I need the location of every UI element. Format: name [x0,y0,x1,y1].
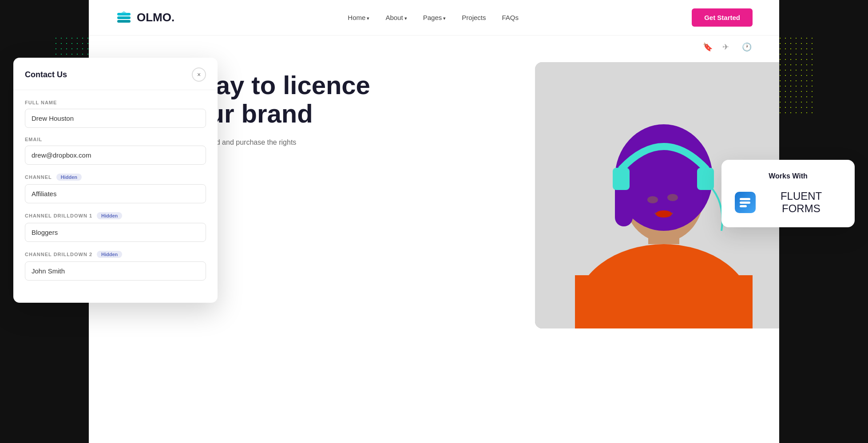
svg-rect-17 [740,202,750,204]
modal-close-button[interactable]: × [192,67,206,82]
contact-modal: Contact Us × FULL NAME EMAIL CHANNEL Hid… [13,58,218,303]
form-group-channel: CHANNEL Hidden [25,174,206,203]
get-started-button[interactable]: Get Started [692,8,753,27]
modal-body: FULL NAME EMAIL CHANNEL Hidden CHANNEL D… [13,90,218,281]
content-toolbar: 🔖 ✈ 🕐 [703,42,753,53]
logo: OLMO. [115,9,174,26]
svg-rect-1 [117,16,131,19]
nav-link-home[interactable]: Home [348,14,369,21]
form-group-fullname: FULL NAME [25,100,206,128]
nav-link-pages[interactable]: Pages [423,14,446,21]
logo-icon [115,9,132,26]
svg-point-13 [656,210,672,218]
svg-point-11 [647,196,658,203]
svg-point-12 [667,194,678,201]
svg-rect-16 [740,198,750,200]
nav-item-faqs[interactable]: FAQs [502,14,519,22]
form-group-email: EMAIL [25,137,206,165]
svg-marker-3 [120,11,128,14]
works-with-title: Works With [735,172,841,180]
nav-item-projects[interactable]: Projects [462,14,486,22]
works-with-card: Works With FLUENT FORMS [721,160,855,227]
navbar: OLMO. Home About Pages Projects FAQs Get… [89,0,779,36]
nav-link-projects[interactable]: Projects [462,14,486,21]
form-group-drilldown1: CHANNEL DRILLDOWN 1 Hidden [25,212,206,242]
modal-header: Contact Us × [13,58,218,90]
logo-text: OLMO. [137,11,174,24]
label-channel: CHANNEL [25,174,52,180]
badge-drilldown2-hidden: Hidden [97,251,122,258]
nav-link-faqs[interactable]: FAQs [502,14,519,21]
input-drilldown1[interactable] [25,223,206,242]
label-channel-group: CHANNEL Hidden [25,174,206,181]
fluent-forms-logo: FLUENT FORMS [735,190,841,215]
clock-icon[interactable]: 🕐 [742,42,753,53]
fluent-forms-text: FLUENT FORMS [761,190,841,215]
label-fullname: FULL NAME [25,100,206,105]
label-drilldown2-group: CHANNEL DRILLDOWN 2 Hidden [25,251,206,258]
input-channel[interactable] [25,184,206,203]
nav-item-pages[interactable]: Pages [423,14,446,22]
nav-links: Home About Pages Projects FAQs [348,14,519,22]
svg-rect-6 [575,275,753,328]
label-drilldown1-group: CHANNEL DRILLDOWN 1 Hidden [25,212,206,219]
bookmark-icon[interactable]: 🔖 [703,42,713,53]
fluent-light: FORMS [782,202,820,214]
modal-title: Contact Us [25,70,67,79]
label-drilldown2: CHANNEL DRILLDOWN 2 [25,252,92,257]
svg-rect-14 [613,168,630,190]
input-fullname[interactable] [25,109,206,128]
nav-item-home[interactable]: Home [348,14,369,22]
fluent-icon [735,192,756,213]
send-icon[interactable]: ✈ [722,42,733,53]
svg-rect-2 [117,20,131,23]
nav-item-about[interactable]: About [385,14,407,22]
fluent-icon-svg [739,196,751,209]
badge-drilldown1-hidden: Hidden [97,212,122,219]
nav-link-about[interactable]: About [385,14,407,21]
input-email[interactable] [25,146,206,165]
badge-channel-hidden: Hidden [56,174,82,181]
input-drilldown2[interactable] [25,261,206,281]
fluent-bold: FLUENT [781,190,822,202]
svg-rect-18 [740,205,747,207]
label-drilldown1: CHANNEL DRILLDOWN 1 [25,213,92,218]
form-group-drilldown2: CHANNEL DRILLDOWN 2 Hidden [25,251,206,281]
label-email: EMAIL [25,137,206,142]
